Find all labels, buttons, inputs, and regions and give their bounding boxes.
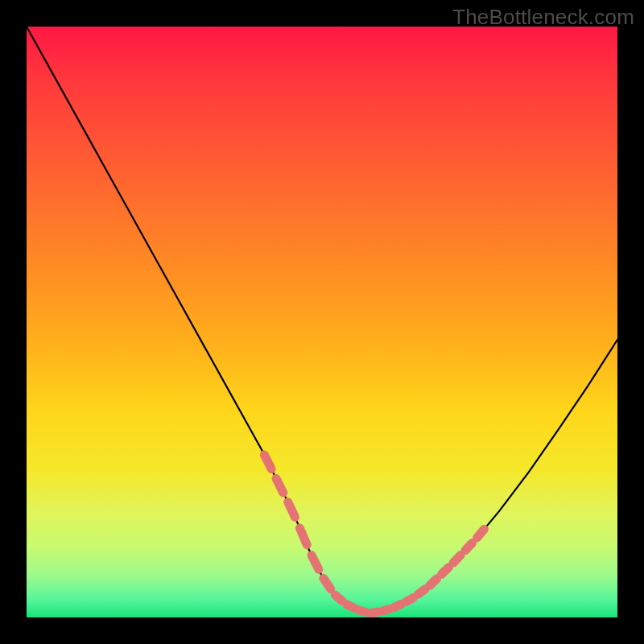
- gradient-plot-area: [27, 27, 617, 617]
- chart-stage: TheBottleneck.com: [0, 0, 644, 644]
- watermark-text: TheBottleneck.com: [452, 5, 634, 30]
